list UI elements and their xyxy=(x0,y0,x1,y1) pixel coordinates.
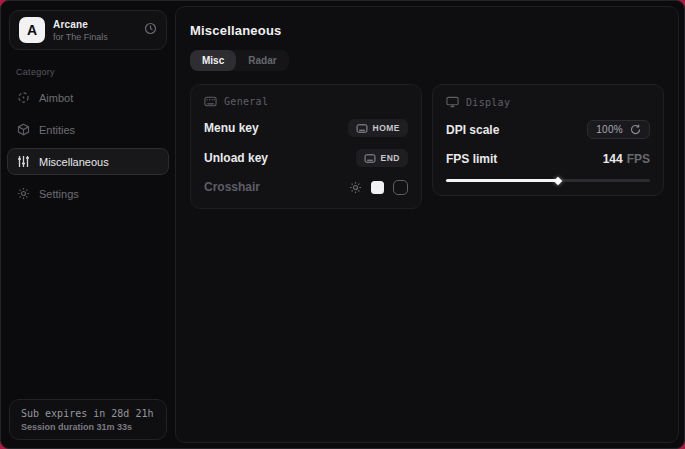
session-duration-text: Session duration 31m 33s xyxy=(21,422,155,432)
app-window: A Arcane for The Finals Category Aimbot xyxy=(0,0,685,449)
fps-limit-row: FPS limit 144FPS xyxy=(446,151,650,167)
unload-key-bind-button[interactable]: END xyxy=(356,149,408,167)
app-name: Arcane xyxy=(53,19,136,30)
sidebar: A Arcane for The Finals Category Aimbot xyxy=(1,1,175,448)
general-card-title: General xyxy=(224,96,268,107)
sliders-icon xyxy=(17,155,30,168)
display-card: Display DPI scale 100% xyxy=(432,84,664,196)
unload-key-value: END xyxy=(381,153,400,163)
tab-group: Misc Radar xyxy=(190,50,289,71)
sidebar-item-miscellaneous[interactable]: Miscellaneous xyxy=(7,148,169,175)
menu-key-row: Menu key HOME xyxy=(204,119,408,137)
dpi-scale-label: DPI scale xyxy=(446,123,499,137)
dpi-scale-value: 100% xyxy=(596,124,623,135)
sidebar-item-label: Entities xyxy=(39,124,75,136)
dpi-scale-row: DPI scale 100% xyxy=(446,120,650,139)
cards-row: General Menu key HOME Unload key xyxy=(190,84,664,209)
main-panel: Miscellaneous Misc Radar General xyxy=(175,6,679,443)
sidebar-item-label: Miscellaneous xyxy=(39,156,109,168)
fps-limit-value-wrap: 144FPS xyxy=(603,152,650,166)
keyboard-icon xyxy=(356,124,368,133)
app-logo: A xyxy=(19,17,45,43)
crosshair-toggle-checkbox[interactable] xyxy=(393,180,408,195)
category-label: Category xyxy=(16,67,175,77)
sub-expiry-text: Sub expires in 28d 21h xyxy=(21,408,155,419)
fps-limit-unit: FPS xyxy=(627,152,650,166)
gear-icon[interactable] xyxy=(349,181,362,194)
clock-icon[interactable] xyxy=(144,21,157,39)
fps-slider-thumb[interactable] xyxy=(554,176,562,184)
sidebar-item-settings[interactable]: Settings xyxy=(7,180,169,207)
menu-key-bind-button[interactable]: HOME xyxy=(348,119,409,137)
fps-limit-label: FPS limit xyxy=(446,152,497,166)
sidebar-item-entities[interactable]: Entities xyxy=(7,116,169,143)
fps-slider-fill xyxy=(446,179,558,182)
sidebar-header-card: A Arcane for The Finals xyxy=(9,10,167,50)
general-card: General Menu key HOME Unload key xyxy=(190,84,422,209)
general-card-header: General xyxy=(204,96,408,107)
keyboard-icon xyxy=(204,96,217,107)
keyboard-icon xyxy=(364,154,376,163)
display-card-title: Display xyxy=(466,97,510,108)
sidebar-item-label: Aimbot xyxy=(39,92,73,104)
crosshair-color-swatch[interactable] xyxy=(371,181,384,194)
display-card-header: Display xyxy=(446,96,650,108)
sidebar-item-aimbot[interactable]: Aimbot xyxy=(7,84,169,111)
app-title-block: Arcane for The Finals xyxy=(53,19,136,42)
dpi-scale-selector[interactable]: 100% xyxy=(587,120,650,139)
tab-radar[interactable]: Radar xyxy=(236,50,288,71)
gear-icon xyxy=(17,187,30,200)
fps-limit-slider[interactable] xyxy=(446,179,650,182)
crosshair-controls xyxy=(349,180,408,195)
menu-key-value: HOME xyxy=(373,123,401,133)
sidebar-item-label: Settings xyxy=(39,188,79,200)
unload-key-row: Unload key END xyxy=(204,149,408,167)
crosshair-scan-icon xyxy=(17,91,30,104)
app-subtitle: for The Finals xyxy=(53,32,136,42)
menu-key-label: Menu key xyxy=(204,121,259,135)
monitor-icon xyxy=(446,96,459,108)
rotate-reset-icon xyxy=(630,124,641,135)
tab-misc[interactable]: Misc xyxy=(190,50,236,71)
crosshair-row: Crosshair xyxy=(204,179,408,195)
cube-icon xyxy=(17,123,30,136)
fps-limit-value: 144 xyxy=(603,152,623,166)
unload-key-label: Unload key xyxy=(204,151,268,165)
subscription-status-card: Sub expires in 28d 21h Session duration … xyxy=(9,399,167,440)
page-title: Miscellaneous xyxy=(190,23,664,38)
crosshair-label: Crosshair xyxy=(204,180,260,194)
